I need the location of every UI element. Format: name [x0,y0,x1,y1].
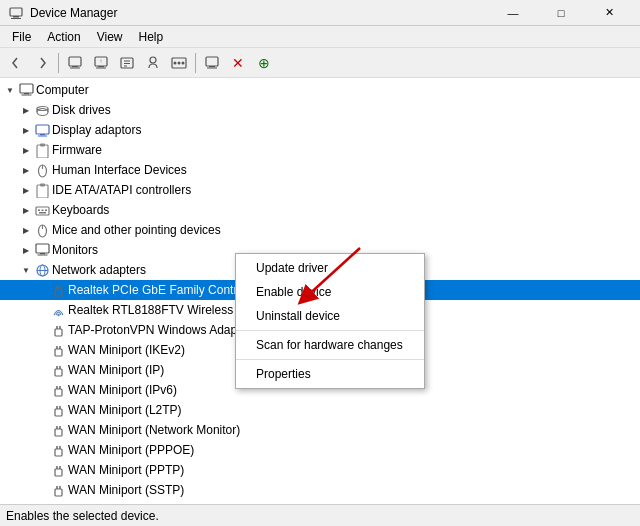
maximize-button[interactable]: □ [538,0,584,26]
tree-label-tap-proton: TAP-ProtonVPN Windows Adapte... [68,323,257,337]
svg-rect-32 [37,145,48,158]
tree-icon-wan-l2tp [50,402,66,418]
menu-help[interactable]: Help [131,28,172,46]
tree-icon-wan-pppoe [50,442,66,458]
update-driver-button[interactable]: ↑ [89,51,113,75]
toolbar-btn-4[interactable] [141,51,165,75]
toolbar-separator-1 [58,53,59,73]
tree-item-wan-l2tp[interactable]: WAN Miniport (L2TP) [0,400,640,420]
tree-icon-wan-pptp [50,462,66,478]
toolbar: ↑ ✕ ⊕ [0,48,640,78]
svg-rect-45 [36,244,49,253]
svg-rect-7 [98,66,104,67]
tree-label-monitors: Monitors [52,243,98,257]
status-text: Enables the selected device. [6,509,159,523]
back-button[interactable] [4,51,28,75]
svg-rect-2 [11,18,21,19]
context-item-update-driver[interactable]: Update driver [236,256,424,280]
tree-icon-realtek-gbe [50,282,66,298]
tree-label-wan-pppoe: WAN Miniport (PPPOE) [68,443,194,457]
svg-rect-39 [38,209,40,211]
menu-action[interactable]: Action [39,28,88,46]
tree-expander-ports: ▶ [18,502,34,504]
tree-expander-computer: ▼ [2,82,18,98]
tree-icon-keyboards [34,202,50,218]
tree-expander-firmware: ▶ [18,142,34,158]
svg-point-16 [174,61,177,64]
menu-bar: File Action View Help [0,26,640,48]
add-button[interactable]: ⊕ [252,51,276,75]
context-item-properties[interactable]: Properties [236,362,424,386]
svg-rect-23 [24,93,29,94]
svg-rect-4 [72,66,78,67]
tree-item-ports[interactable]: ▶Ports (COM & LPT) [0,500,640,504]
tree-item-display-adaptors[interactable]: ▶Display adaptors [0,120,640,140]
svg-rect-29 [36,125,49,134]
close-button[interactable]: ✕ [586,0,632,26]
tree-label-network-adapters: Network adapters [52,263,146,277]
svg-point-14 [150,57,156,63]
tree-expander-realtek-gbe [34,282,50,298]
tree-item-firmware[interactable]: ▶Firmware [0,140,640,160]
tree-expander-display-adaptors: ▶ [18,122,34,138]
svg-rect-76 [55,469,62,476]
svg-rect-79 [55,489,62,496]
tree-icon-disk-drives [34,102,50,118]
context-item-enable-device[interactable]: Enable device [236,280,424,304]
tree-item-wan-pptp[interactable]: WAN Miniport (PPTP) [0,460,640,480]
main-content: ▼Computer▶Disk drives▶Display adaptors▶F… [0,78,640,504]
menu-view[interactable]: View [89,28,131,46]
tree-item-keyboards[interactable]: ▶Keyboards [0,200,640,220]
tree-label-realtek-wireless: Realtek RTL8188FTV Wireless LAN [68,303,260,317]
toolbar-separator-2 [195,53,196,73]
forward-button[interactable] [30,51,54,75]
svg-rect-3 [69,57,81,66]
svg-rect-64 [55,389,62,396]
properties-button[interactable] [63,51,87,75]
tree-item-wan-pppoe[interactable]: WAN Miniport (PPPOE) [0,440,640,460]
tree-expander-mice: ▶ [18,222,34,238]
remove-button[interactable]: ✕ [226,51,250,75]
tree-icon-network-adapters [34,262,50,278]
svg-rect-58 [55,349,62,356]
svg-point-17 [178,61,181,64]
tree-item-wan-sstp[interactable]: WAN Miniport (SSTP) [0,480,640,500]
svg-rect-42 [39,212,46,214]
tree-item-ide-ata[interactable]: ▶IDE ATA/ATAPI controllers [0,180,640,200]
tree-expander-wan-pptp [34,462,50,478]
tree-icon-ports [34,502,50,504]
menu-file[interactable]: File [4,28,39,46]
tree-icon-realtek-wireless [50,302,66,318]
context-item-scan-hardware[interactable]: Scan for hardware changes [236,333,424,357]
tree-expander-wan-netmon [34,422,50,438]
toolbar-btn-3[interactable] [115,51,139,75]
toolbar-btn-5[interactable] [167,51,191,75]
svg-rect-46 [40,253,45,254]
device-manager-icon-button[interactable] [200,51,224,75]
window-title: Device Manager [30,6,490,20]
svg-rect-47 [37,254,47,255]
tree-icon-mice [34,222,50,238]
tree-icon-computer [18,82,34,98]
tree-icon-wan-ip [50,362,66,378]
tree-item-human-interface[interactable]: ▶Human Interface Devices [0,160,640,180]
tree-item-disk-drives[interactable]: ▶Disk drives [0,100,640,120]
context-item-uninstall-device[interactable]: Uninstall device [236,304,424,328]
tree-expander-human-interface: ▶ [18,162,34,178]
tree-label-wan-netmon: WAN Miniport (Network Monitor) [68,423,240,437]
tree-label-disk-drives: Disk drives [52,103,111,117]
svg-rect-5 [70,67,80,68]
svg-rect-55 [55,329,62,336]
tree-label-ide-ata: IDE ATA/ATAPI controllers [52,183,191,197]
tree-label-realtek-gbe: Realtek PCIe GbE Family Controller [68,283,260,297]
svg-rect-30 [40,134,45,135]
svg-rect-1 [13,16,19,18]
tree-expander-disk-drives: ▶ [18,102,34,118]
tree-label-wan-ip: WAN Miniport (IP) [68,363,164,377]
svg-rect-0 [10,8,22,16]
minimize-button[interactable]: — [490,0,536,26]
tree-item-wan-netmon[interactable]: WAN Miniport (Network Monitor) [0,420,640,440]
svg-rect-20 [209,66,215,67]
tree-item-mice[interactable]: ▶Mice and other pointing devices [0,220,640,240]
tree-item-computer[interactable]: ▼Computer [0,80,640,100]
